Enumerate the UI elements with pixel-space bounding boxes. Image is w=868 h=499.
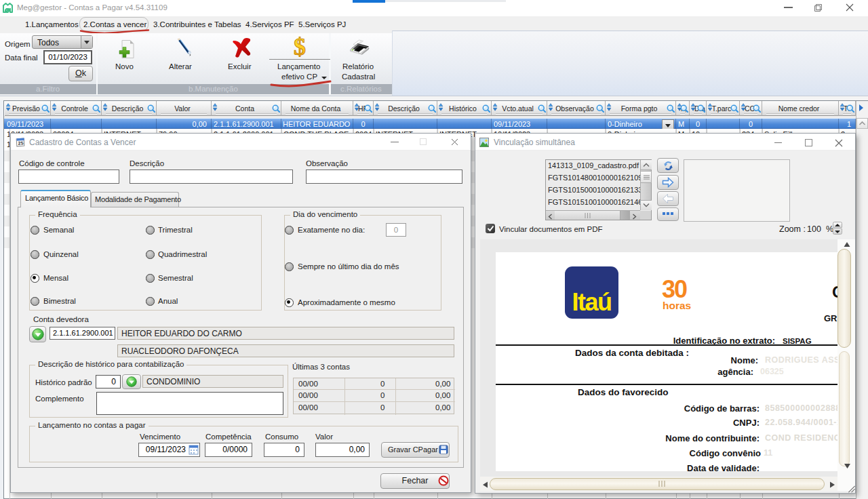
svg-text:$: $ <box>294 35 306 59</box>
svg-text:25: 25 <box>18 140 23 146</box>
